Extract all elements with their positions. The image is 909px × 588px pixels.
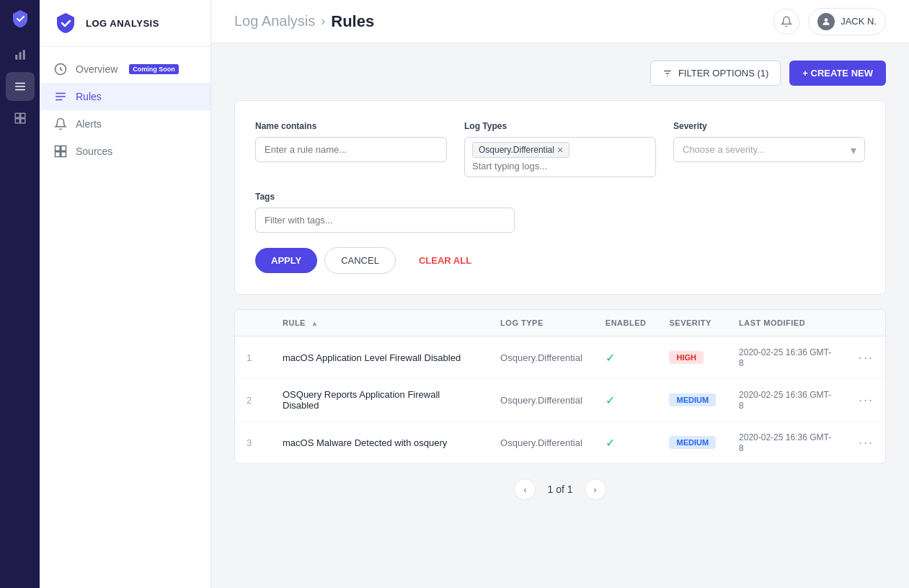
create-btn-label: + CREATE NEW <box>802 68 873 79</box>
cell-num: 1 <box>235 337 271 379</box>
cell-num: 2 <box>235 379 271 422</box>
page-content: FILTER OPTIONS (1) + CREATE NEW Name con… <box>211 43 909 588</box>
table-row: 2 OSQuery Reports Application Firewall D… <box>235 379 885 422</box>
sidebar-sources-label: Sources <box>76 146 112 157</box>
leftbar-sources[interactable] <box>6 104 35 133</box>
cell-enabled: ✓ <box>594 337 658 379</box>
cell-severity: MEDIUM <box>657 379 727 422</box>
cell-rule: macOS Application Level Firewall Disable… <box>271 337 489 379</box>
cell-severity: HIGH <box>657 337 727 379</box>
sidebar-item-overview[interactable]: Overview Coming Soon <box>40 55 210 83</box>
rules-table: RULE ▲ LOG TYPE ENABLED SEVERITY LAST MO… <box>234 309 886 464</box>
log-types-container[interactable]: Osquery.Differential × <box>464 137 656 177</box>
sidebar-item-alerts[interactable]: Alerts <box>40 110 210 138</box>
leftbar-analytics[interactable] <box>6 40 35 69</box>
sidebar-nav: Overview Coming Soon Rules Alerts Source… <box>40 47 210 588</box>
breadcrumb-separator: › <box>321 14 325 29</box>
chip-close-icon[interactable]: × <box>557 144 563 156</box>
cell-more[interactable]: ··· <box>847 422 885 464</box>
cell-num: 3 <box>235 422 271 464</box>
toolbar: FILTER OPTIONS (1) + CREATE NEW <box>234 61 886 86</box>
more-options-button[interactable]: ··· <box>859 350 874 365</box>
filter-logtypes-label: Log Types <box>464 121 656 131</box>
cell-modified: 2020-02-25 16:36 GMT-8 <box>727 422 847 464</box>
filter-panel: Name contains Log Types Osquery.Differen… <box>234 100 886 295</box>
filter-logtypes-field: Log Types Osquery.Differential × <box>464 121 656 177</box>
svg-rect-2 <box>22 50 25 60</box>
user-menu-button[interactable]: JACK N. <box>808 8 886 35</box>
col-num <box>235 310 271 337</box>
cell-logtype: Osquery.Differential <box>489 422 594 464</box>
pagination-prev[interactable]: ‹ <box>514 478 536 500</box>
leftbar-rules[interactable] <box>6 72 35 101</box>
filter-tags-input[interactable] <box>255 208 515 233</box>
cell-more[interactable]: ··· <box>847 337 885 379</box>
filter-name-input[interactable] <box>255 137 447 162</box>
cell-more[interactable]: ··· <box>847 379 885 422</box>
breadcrumb: Log Analysis › Rules <box>234 12 374 31</box>
breadcrumb-current: Rules <box>331 12 374 31</box>
filter-severity-field: Severity Choose a severity... HIGH MEDIU… <box>673 121 865 177</box>
more-options-button[interactable]: ··· <box>859 393 874 407</box>
left-icon-bar <box>0 0 40 588</box>
cell-enabled: ✓ <box>594 422 658 464</box>
col-rule-label: RULE <box>283 318 306 327</box>
svg-rect-0 <box>15 55 17 60</box>
col-logtype: LOG TYPE <box>489 310 594 337</box>
filter-actions: APPLY CANCEL CLEAR ALL <box>255 247 865 274</box>
cell-logtype: Osquery.Differential <box>489 337 594 379</box>
svg-rect-1 <box>19 52 21 60</box>
create-new-button[interactable]: + CREATE NEW <box>789 61 886 86</box>
apply-button[interactable]: APPLY <box>255 248 317 273</box>
sidebar-overview-label: Overview <box>76 63 117 75</box>
pagination: ‹ 1 of 1 › <box>234 464 886 514</box>
cell-modified: 2020-02-25 16:36 GMT-8 <box>727 379 847 422</box>
filter-tags-label: Tags <box>255 192 865 202</box>
svg-rect-7 <box>20 113 25 117</box>
sidebar-item-rules[interactable]: Rules <box>40 83 210 110</box>
header-right: JACK N. <box>773 8 886 35</box>
cell-rule: macOS Malware Detected with osquery <box>271 422 489 464</box>
col-severity: SEVERITY <box>657 310 727 337</box>
svg-rect-8 <box>15 119 19 123</box>
log-type-input[interactable] <box>472 161 648 172</box>
cell-modified: 2020-02-25 16:36 GMT-8 <box>727 337 847 379</box>
pagination-info: 1 of 1 <box>547 484 572 495</box>
cell-enabled: ✓ <box>594 379 658 422</box>
cell-logtype: Osquery.Differential <box>489 379 594 422</box>
svg-rect-16 <box>56 152 61 157</box>
filter-btn-label: FILTER OPTIONS (1) <box>678 68 768 79</box>
col-actions <box>847 310 885 337</box>
sidebar-item-sources[interactable]: Sources <box>40 138 210 165</box>
col-rule[interactable]: RULE ▲ <box>271 310 489 337</box>
sidebar-rules-label: Rules <box>76 91 102 102</box>
pagination-next[interactable]: › <box>585 478 606 500</box>
cancel-button[interactable]: CANCEL <box>324 247 396 274</box>
main-content: Log Analysis › Rules JACK N. <box>211 0 909 588</box>
clear-all-button[interactable]: CLEAR ALL <box>403 248 487 273</box>
filter-grid: Name contains Log Types Osquery.Differen… <box>255 121 865 177</box>
log-type-chip: Osquery.Differential × <box>472 142 648 158</box>
cell-rule: OSQuery Reports Application Firewall Dis… <box>271 379 489 422</box>
svg-rect-6 <box>15 113 19 117</box>
svg-rect-14 <box>56 146 61 151</box>
sort-icon: ▲ <box>311 319 319 327</box>
severity-select[interactable]: Choose a severity... HIGH MEDIUM LOW <box>673 137 865 162</box>
table-row: 1 macOS Application Level Firewall Disab… <box>235 337 885 379</box>
col-modified: LAST MODIFIED <box>727 310 847 337</box>
severity-container: Choose a severity... HIGH MEDIUM LOW ▾ <box>673 137 865 162</box>
sidebar-header: LOG ANALYSIS <box>40 0 210 47</box>
filter-tags-row: Tags <box>255 192 865 233</box>
page-header: Log Analysis › Rules JACK N. <box>211 0 909 43</box>
svg-rect-9 <box>20 119 25 123</box>
cell-severity: MEDIUM <box>657 422 727 464</box>
user-name: JACK N. <box>841 16 877 27</box>
col-enabled: ENABLED <box>594 310 658 337</box>
sidebar-alerts-label: Alerts <box>76 118 102 130</box>
svg-rect-17 <box>61 152 66 157</box>
more-options-button[interactable]: ··· <box>859 435 874 450</box>
breadcrumb-parent: Log Analysis <box>234 13 315 30</box>
svg-rect-15 <box>61 146 66 151</box>
filter-options-button[interactable]: FILTER OPTIONS (1) <box>650 61 781 86</box>
notifications-button[interactable] <box>773 9 799 35</box>
